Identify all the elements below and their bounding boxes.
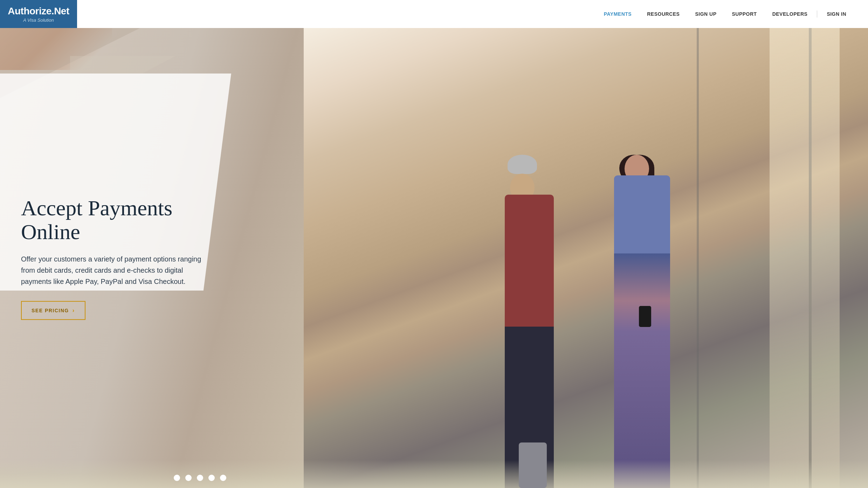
nav-item-signin[interactable]: SIGN IN xyxy=(819,11,854,17)
flower-4 xyxy=(208,475,215,481)
luggage-prop xyxy=(519,442,547,488)
main-nav: PAYMENTS RESOURCES SIGN UP SUPPORT DEVEL… xyxy=(596,11,854,18)
flower-1 xyxy=(174,475,180,481)
flower-2 xyxy=(185,475,192,481)
flower-3 xyxy=(197,475,203,481)
nav-divider xyxy=(817,11,817,18)
logo-tagline: A Visa Solution xyxy=(23,18,54,23)
nav-item-resources[interactable]: RESOURCES xyxy=(639,11,687,17)
chevron-right-icon: › xyxy=(73,307,75,314)
flowers xyxy=(174,475,226,481)
window-light xyxy=(770,28,840,488)
see-pricing-button[interactable]: SEE PRICING › xyxy=(21,301,85,320)
hero-section: Accept Payments Online Offer your custom… xyxy=(0,28,868,488)
foliage xyxy=(0,460,868,488)
flower-5 xyxy=(220,475,226,481)
hero-heading: Accept Payments Online xyxy=(21,196,217,244)
nav-item-developers[interactable]: DEVELOPERS xyxy=(765,11,815,17)
phone-prop xyxy=(639,306,651,327)
nav-item-signup[interactable]: SIGN UP xyxy=(687,11,724,17)
hero-photo xyxy=(304,28,868,488)
hero-content: Accept Payments Online Offer your custom… xyxy=(21,196,217,320)
logo-block[interactable]: Authorize.Net A Visa Solution xyxy=(0,0,77,28)
wall-panel-2 xyxy=(697,28,699,488)
person-woman xyxy=(607,120,677,488)
hero-body-text: Offer your customers a variety of paymen… xyxy=(21,253,203,287)
cta-label: SEE PRICING xyxy=(32,308,69,313)
header: Authorize.Net A Visa Solution PAYMENTS R… xyxy=(0,0,868,28)
nav-item-support[interactable]: SUPPORT xyxy=(724,11,764,17)
nav-item-payments[interactable]: PAYMENTS xyxy=(596,11,639,17)
person-man xyxy=(494,143,564,488)
logo-brand: Authorize.Net xyxy=(8,6,69,17)
woman-body xyxy=(614,175,670,488)
man-hat xyxy=(508,155,537,174)
